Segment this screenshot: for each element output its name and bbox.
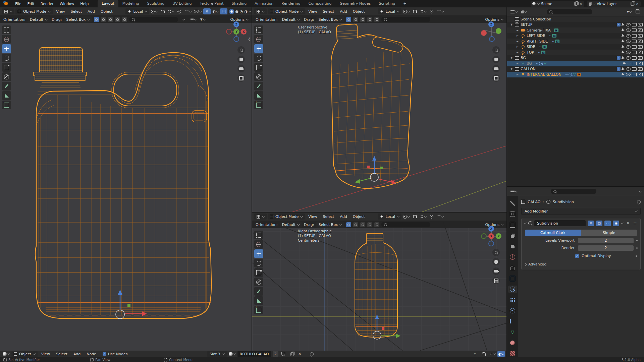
tool-cursor[interactable] [254, 35, 263, 44]
menu-add[interactable]: Add [85, 9, 97, 14]
menu-help[interactable]: Help [77, 2, 92, 6]
disable-render-toggle[interactable] [638, 40, 643, 43]
mode-dropdown[interactable]: Object Mode [268, 214, 305, 220]
menu-select[interactable]: Select [54, 352, 70, 356]
shading-solid[interactable]: ● [235, 9, 238, 14]
tool-select-box[interactable] [2, 25, 11, 34]
tool-measure[interactable] [254, 296, 263, 305]
disable-viewport-toggle[interactable] [632, 73, 637, 76]
xray-toggle[interactable] [220, 8, 227, 14]
snap-toggle[interactable] [411, 214, 419, 220]
material-users-count[interactable]: 2 [273, 351, 278, 357]
transform-orientation-dropdown[interactable]: Local [378, 214, 401, 220]
delete-modifier-button[interactable]: ✕ [625, 221, 631, 226]
menu-view[interactable]: View [306, 215, 319, 219]
tool-add-cube[interactable] [2, 101, 11, 109]
menu-select[interactable]: Select [320, 9, 336, 14]
tool-select-box[interactable] [254, 231, 263, 239]
gizmo-neg-z-ball[interactable] [488, 241, 494, 246]
tab-animation[interactable]: Animation [251, 0, 277, 7]
tab-world[interactable] [508, 253, 517, 261]
menu-object[interactable]: Object [98, 9, 115, 14]
gizmos-toggle[interactable] [203, 8, 211, 14]
toggle-realtime[interactable]: ▭ [604, 221, 611, 226]
outliner-row-camera-fixa[interactable]: ► Camera-FIXA ▣ [507, 27, 644, 33]
snap-toggle[interactable] [159, 8, 166, 14]
tool-cursor[interactable] [254, 240, 263, 249]
gizmo-x-ball[interactable]: X [488, 233, 494, 239]
navigation-gizmo[interactable]: Z Y X [481, 226, 502, 247]
selectable-toggle[interactable] [622, 51, 625, 54]
tool-move[interactable] [254, 44, 263, 53]
camera-view-button[interactable] [492, 65, 500, 72]
proportional-edit-toggle[interactable] [428, 214, 435, 220]
menu-add[interactable]: Add [337, 215, 349, 219]
tab-sculpting[interactable]: Sculpting [143, 0, 168, 7]
view-layer-selector[interactable]: View Layer ✕ [587, 1, 641, 7]
search-input[interactable] [129, 17, 178, 22]
outliner-filter-mode-dropdown[interactable] [520, 9, 527, 15]
select-mode-invert[interactable] [367, 222, 372, 227]
tab-physics[interactable] [508, 307, 517, 314]
render-levels-field[interactable]: 2 [578, 245, 634, 251]
filter-dropdown[interactable]: ▼ [626, 9, 633, 15]
gizmo-z-ball[interactable]: Z [233, 21, 239, 27]
drag-handle[interactable]: :::: [633, 222, 638, 225]
gizmo-z-ball[interactable]: Z [488, 21, 494, 27]
tool-measure[interactable] [2, 91, 11, 100]
outliner-row-gallon-collection[interactable]: ▼ GALLON ✓ [507, 66, 644, 72]
tool-move[interactable] [2, 44, 11, 53]
menu-select[interactable]: Select [320, 215, 336, 219]
animate-dot[interactable] [636, 240, 638, 241]
tool-transform[interactable] [254, 72, 263, 81]
sidebar-collapse-arrow[interactable]: ❮ [248, 37, 251, 41]
perspective-toggle-button[interactable] [492, 74, 500, 82]
menu-object[interactable]: Object [351, 215, 367, 219]
editor-type-dropdown[interactable] [254, 8, 267, 14]
outliner-row-top[interactable]: ► TOP ~◧ [507, 50, 644, 55]
tab-texture-paint[interactable]: Texture Paint [196, 0, 228, 7]
tab-constraints[interactable] [508, 317, 517, 325]
disable-viewport-toggle[interactable] [632, 40, 637, 43]
tool-transform[interactable] [254, 278, 263, 286]
selectable-toggle[interactable] [622, 45, 625, 49]
selectable-toggle[interactable] [622, 23, 625, 26]
outliner-display-mode-dropdown[interactable] [510, 9, 518, 15]
extras-dropdown[interactable] [621, 221, 624, 224]
tab-texture[interactable] [508, 350, 517, 357]
disclosure-triangle[interactable]: ► [516, 62, 519, 65]
hide-viewport-toggle[interactable] [626, 51, 631, 54]
gizmo-x-ball[interactable] [481, 30, 487, 36]
disclosure-triangle[interactable]: ► [516, 73, 519, 76]
tool-orientation-dropdown[interactable]: Default [280, 16, 302, 22]
shading-material[interactable]: ◔ [240, 9, 243, 14]
selectable-toggle[interactable] [622, 73, 625, 76]
tab-compositing[interactable]: Compositing [305, 0, 336, 7]
disclosure-triangle[interactable]: ► [516, 29, 519, 32]
selectable-toggle[interactable] [623, 62, 626, 65]
tool-move[interactable] [254, 249, 263, 258]
menu-window[interactable]: Window [57, 2, 77, 6]
snap-toggle[interactable] [480, 351, 487, 357]
editor-type-dropdown[interactable] [254, 214, 267, 220]
select-mode-extend[interactable] [353, 17, 358, 22]
select-mode-subtract[interactable] [360, 17, 365, 22]
outliner-row-setup[interactable]: ▼ SETUP ✓ [507, 22, 644, 28]
disable-viewport-toggle[interactable] [632, 67, 637, 71]
tool-orientation-dropdown[interactable]: Default [28, 16, 50, 22]
menu-view[interactable]: View [306, 9, 319, 14]
disclosure-triangle[interactable]: ▼ [510, 23, 513, 26]
selectable-toggle[interactable] [622, 28, 625, 32]
gizmo-neg-x-ball[interactable] [226, 29, 232, 35]
hide-viewport-toggle[interactable] [627, 62, 631, 64]
search-input[interactable] [381, 222, 430, 227]
menu-add[interactable]: Add [337, 9, 349, 14]
select-mode-new[interactable] [346, 222, 351, 227]
new-collection-button[interactable] [634, 9, 641, 15]
hide-viewport-toggle[interactable] [626, 67, 631, 71]
transform-orientation-dropdown[interactable]: Local [378, 8, 401, 14]
falloff-dropdown[interactable] [436, 8, 444, 14]
advanced-section-toggle[interactable]: Advanced [524, 262, 638, 266]
disclosure-triangle[interactable]: ► [516, 40, 519, 43]
tool-orientation-dropdown[interactable]: Default [280, 222, 302, 228]
